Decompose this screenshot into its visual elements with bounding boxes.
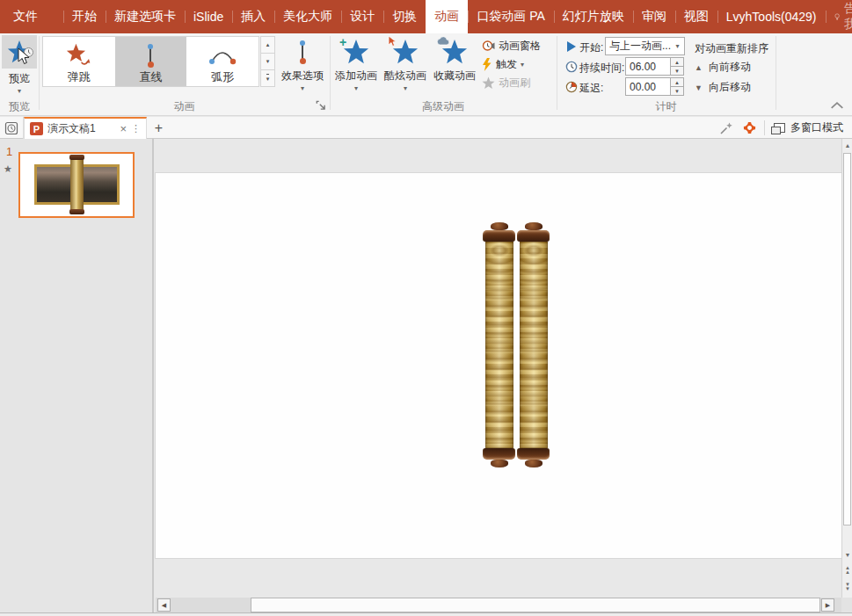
effect-options-icon [291, 35, 314, 69]
tell-me-button[interactable]: 告诉我... [826, 0, 852, 33]
gallery-scroll-buttons: ▴ ▾ ▾ [260, 36, 275, 87]
preview-icon-area[interactable] [2, 35, 37, 69]
add-animation-button[interactable]: + 添加动画 ▾ [331, 35, 381, 97]
ribbon: 预览 ▾ 预览 弹跳 直线 弧形 [0, 33, 852, 116]
menu-pocket-animation[interactable]: 口袋动画 PA [468, 0, 554, 33]
preview-dropdown-arrow[interactable]: ▾ [18, 88, 21, 94]
delay-spin-down[interactable]: ▼ [671, 87, 683, 95]
menu-transitions[interactable]: 切换 [383, 0, 426, 33]
gallery-scroll-up[interactable]: ▴ [260, 36, 275, 54]
tab-overflow-icon[interactable]: ⋮ [131, 123, 141, 134]
trigger-button[interactable]: 触发 ▾ [482, 55, 557, 74]
add-animation-dropdown-arrow[interactable]: ▾ [354, 85, 358, 91]
start-combobox[interactable]: 与上一动画... ▾ [605, 37, 685, 55]
document-title: 演示文稿1 [47, 121, 96, 136]
animation-pane-label: 动画窗格 [499, 39, 541, 54]
delay-spin-up[interactable]: ▲ [671, 78, 683, 87]
multi-window-label: 多窗口模式 [790, 120, 843, 135]
menu-islide[interactable]: iSlide [185, 0, 232, 33]
slide-1-thumbnail[interactable] [18, 152, 135, 218]
session-history-button[interactable] [0, 117, 24, 139]
horizontal-scrollbar-thumb[interactable] [251, 598, 820, 612]
animation-pane-button[interactable]: 动画窗格 [482, 37, 557, 55]
advanced-side-column: 动画窗格 触发 ▾ 动画刷 [482, 37, 557, 92]
duration-spinbox: ▲ ▼ [625, 57, 684, 76]
menu-insert[interactable]: 插入 [232, 0, 274, 33]
horizontal-scrollbar[interactable]: ◀ ▶ [156, 598, 841, 612]
tab-close-icon[interactable]: × [120, 122, 127, 135]
animation-dialog-launcher[interactable] [315, 99, 327, 112]
cloud-badge-icon [436, 37, 450, 46]
lines-icon [139, 41, 162, 69]
effect-options-button[interactable]: 效果选项 ▾ [278, 35, 327, 97]
menu-meihua-dashi[interactable]: 美化大师 [274, 0, 341, 33]
document-tab[interactable]: P 演示文稿1 × ⋮ [24, 117, 147, 139]
move-earlier-button[interactable]: ▲ 向前移动 [695, 60, 751, 75]
gallery-more-button[interactable]: ▾ [260, 70, 275, 87]
favorite-animation-icon [441, 35, 468, 69]
scroll-down-button[interactable]: ▼ [842, 548, 852, 562]
menu-lvyhtools[interactable]: LvyhTools(0429) [717, 0, 826, 33]
duration-spin-down[interactable]: ▼ [671, 67, 683, 75]
gallery-scroll-down[interactable]: ▾ [260, 54, 275, 70]
delay-spinbox: ▲ ▼ [625, 77, 684, 96]
vertical-scrollbar[interactable]: ▲ ▼ ▲▲ ▼▼ [841, 139, 852, 598]
animation-painter-icon [482, 76, 495, 90]
menu-animations[interactable]: 动画 [426, 0, 468, 33]
duration-clock-icon [565, 61, 578, 73]
menubar: 文件 开始 新建选项卡 iSlide 插入 美化大师 设计 切换 动画 口袋动画… [0, 0, 852, 33]
menu-new-tab[interactable]: 新建选项卡 [106, 0, 185, 33]
scroll-left-button[interactable]: ◀ [157, 598, 171, 612]
powerpoint-window: 文件 开始 新建选项卡 iSlide 插入 美化大师 设计 切换 动画 口袋动画… [0, 0, 852, 616]
plus-badge-icon: + [339, 35, 346, 49]
preview-button[interactable]: 预览 ▾ [2, 35, 37, 97]
animation-gallery: 弹跳 直线 弧形 [42, 36, 259, 87]
collapse-ribbon-button[interactable] [830, 100, 844, 111]
group-label-advanced: 高级动画 [330, 99, 557, 114]
scroll-right-button[interactable]: ▶ [821, 598, 834, 612]
move-earlier-label: 向前移动 [709, 60, 751, 75]
trigger-dropdown-arrow[interactable]: ▾ [521, 62, 524, 68]
delay-input[interactable] [626, 78, 670, 95]
duration-spin-up[interactable]: ▲ [671, 58, 683, 67]
next-slide-button[interactable]: ▼▼ [842, 580, 852, 593]
gallery-item-lines[interactable]: 直线 [115, 37, 187, 86]
duration-label: 持续时间: [579, 61, 624, 76]
gallery-item-arcs[interactable]: 弧形 [186, 37, 259, 86]
slide-editing-area[interactable] [156, 173, 841, 558]
menu-file[interactable]: 文件 [0, 0, 51, 33]
magic-wand-icon [719, 121, 733, 135]
effect-options-dropdown-arrow[interactable]: ▾ [301, 85, 304, 91]
menubar-right: 告诉我... 登录 共享 [826, 0, 852, 33]
vertical-scrollbar-thumb[interactable] [843, 153, 851, 525]
favorite-animation-button[interactable]: 收藏动画 [430, 35, 479, 97]
group-label-animation: 动画 [39, 99, 330, 114]
trigger-label: 触发 [496, 57, 517, 72]
previous-slide-button[interactable]: ▲▲ [842, 563, 852, 576]
multi-window-mode-button[interactable]: 多窗口模式 [768, 120, 848, 135]
cool-animation-button[interactable]: 酷炫动画 ▾ [381, 35, 430, 97]
animation-painter-button: 动画刷 [482, 74, 557, 92]
menu-home[interactable]: 开始 [63, 0, 106, 33]
closed-scroll-picture[interactable] [483, 222, 550, 467]
gallery-item-bounce[interactable]: 弹跳 [43, 37, 115, 86]
menu-view[interactable]: 视图 [675, 0, 717, 33]
arcs-icon [208, 41, 237, 69]
duration-input[interactable] [626, 58, 670, 75]
move-later-button[interactable]: ▼ 向后移动 [695, 80, 751, 95]
new-tab-button[interactable]: + [147, 117, 171, 139]
menu-review[interactable]: 审阅 [633, 0, 675, 33]
workspace: 1 ★ ▲ [0, 139, 852, 616]
bounce-icon [66, 41, 92, 69]
animation-painter-label: 动画刷 [499, 76, 530, 91]
settings-gear-button[interactable] [738, 117, 761, 139]
scroll-up-button[interactable]: ▲ [842, 139, 852, 152]
menu-slideshow[interactable]: 幻灯片放映 [554, 0, 633, 33]
trigger-lightning-icon [482, 58, 492, 71]
cool-animation-dropdown-arrow[interactable]: ▾ [404, 85, 407, 91]
favorite-animation-label: 收藏动画 [433, 69, 476, 83]
tabbar-divider [764, 120, 765, 135]
start-combo-arrow[interactable]: ▾ [671, 42, 684, 50]
menu-design[interactable]: 设计 [341, 0, 383, 33]
magic-wand-button[interactable] [715, 117, 738, 139]
